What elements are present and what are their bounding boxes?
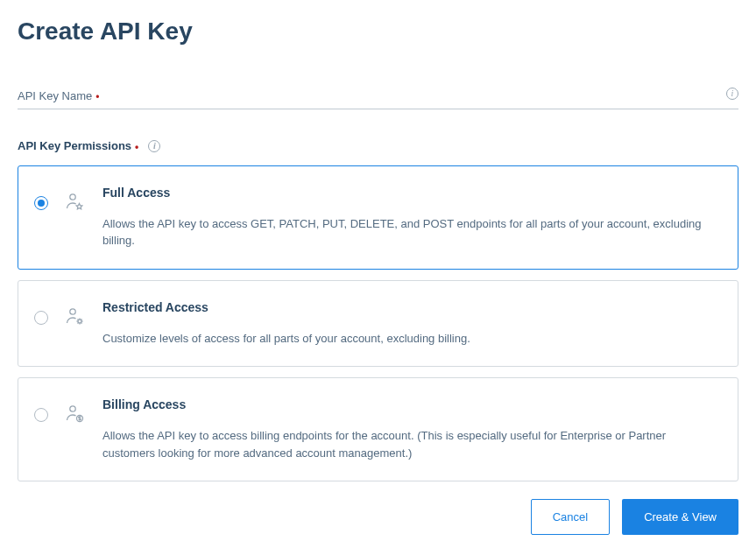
svg-point-3 [70,406,75,411]
api-key-name-field[interactable]: API Key Name• i [18,88,738,109]
option-description: Allows the API key to access billing end… [102,427,718,461]
option-title: Billing Access [102,397,718,411]
required-indicator: • [135,141,138,153]
permission-option-restricted-access[interactable]: Restricted Access Customize levels of ac… [18,280,738,368]
button-row: Cancel Create & View [18,499,738,535]
option-description: Customize levels of access for all parts… [102,330,718,348]
radio-billing-access[interactable] [34,408,48,422]
option-title: Full Access [102,186,718,200]
permission-option-billing-access[interactable]: Billing Access Allows the API key to acc… [18,377,738,481]
user-star-icon [64,191,87,214]
api-key-name-label: API Key Name• [18,89,99,103]
create-view-button[interactable]: Create & View [622,499,738,535]
info-icon[interactable]: i [726,88,738,100]
required-indicator: • [95,91,99,103]
radio-full-access[interactable] [34,196,48,210]
svg-point-0 [70,193,75,199]
user-gear-icon [64,306,87,328]
permission-option-full-access[interactable]: Full Access Allows the API key to access… [18,165,738,270]
cancel-button[interactable]: Cancel [531,499,610,535]
option-description: Allows the API key to access GET, PATCH,… [102,215,718,249]
page-title: Create API Key [18,18,738,46]
svg-point-2 [78,320,81,323]
svg-point-1 [70,308,75,313]
permissions-label: API Key Permissions• i [18,139,738,153]
option-title: Restricted Access [102,300,718,314]
radio-restricted-access[interactable] [34,311,48,325]
user-dollar-icon [64,403,87,425]
info-icon[interactable]: i [148,140,160,152]
